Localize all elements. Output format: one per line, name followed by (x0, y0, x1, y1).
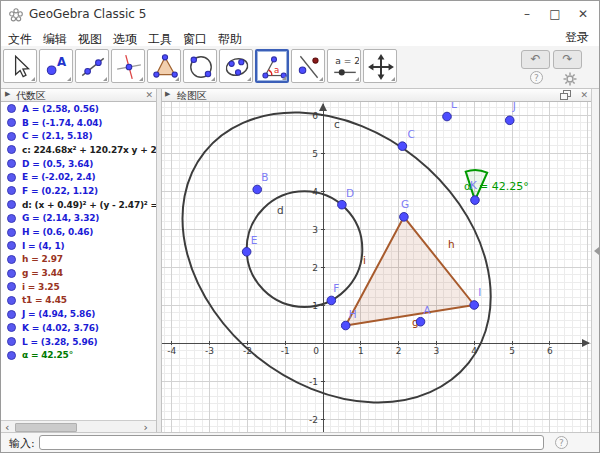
point-C[interactable] (398, 142, 407, 151)
visibility-marble-icon[interactable] (7, 323, 16, 332)
visibility-marble-icon[interactable] (7, 255, 16, 264)
x-tick-label: 5 (509, 346, 515, 356)
help-icon[interactable]: ? (530, 71, 543, 84)
visibility-marble-icon[interactable] (7, 282, 16, 291)
point-B[interactable] (253, 185, 262, 194)
visibility-marble-icon[interactable] (7, 132, 16, 141)
algebra-item[interactable]: J = (4.94, 5.86) (1, 307, 156, 321)
point-label-G: G (401, 198, 409, 210)
collapse-triangle-icon[interactable]: ▶ (165, 90, 170, 98)
visibility-marble-icon[interactable] (7, 186, 16, 195)
visibility-marble-icon[interactable] (7, 310, 16, 319)
point-label-E: E (251, 234, 258, 246)
visibility-marble-icon[interactable] (7, 145, 16, 154)
algebra-item[interactable]: c: 224.68x² + 120.27x y + 250.8 (1, 143, 156, 157)
login-button[interactable]: 登录 (565, 29, 589, 46)
algebra-item[interactable]: G = (2.14, 3.32) (1, 212, 156, 226)
collapse-triangle-icon[interactable]: ▶ (5, 90, 10, 98)
algebra-item-text: D = (0.5, 3.64) (22, 159, 93, 169)
algebra-item-text: t1 = 4.45 (22, 295, 67, 305)
algebra-item[interactable]: t1 = 4.45 (1, 294, 156, 308)
algebra-item-text: g = 3.44 (22, 268, 63, 278)
x-tick-label: 6 (547, 346, 553, 356)
algebra-header: ▶ 代数区 ✕ (1, 89, 156, 102)
minimize-button[interactable]: – (513, 1, 541, 27)
ellipse-tool[interactable] (219, 49, 253, 83)
circle-tool[interactable] (183, 49, 217, 83)
redo-button[interactable]: ↷ (553, 50, 582, 69)
command-input[interactable] (39, 435, 544, 450)
visibility-marble-icon[interactable] (7, 241, 16, 250)
maximize-button[interactable]: □ (541, 1, 569, 27)
point-K[interactable] (471, 196, 480, 205)
algebra-item[interactable]: A = (2.58, 0.56) (1, 102, 156, 116)
point-label-H: H (349, 308, 357, 320)
point-L[interactable] (443, 112, 452, 121)
undo-button[interactable]: ↶ (521, 50, 550, 69)
angle-tool[interactable]: a (255, 49, 289, 83)
graphics-canvas[interactable]: -4-3-2-10123456-2-1123456cdihgα= 42.25°A… (162, 102, 591, 434)
algebra-item[interactable]: F = (0.22, 1.12) (1, 184, 156, 198)
point-A[interactable] (416, 317, 425, 326)
x-tick-label: -3 (205, 346, 214, 356)
visibility-marble-icon[interactable] (7, 118, 16, 127)
algebra-item-text: h = 2.97 (22, 254, 63, 264)
visibility-marble-icon[interactable] (7, 351, 16, 360)
triangle-t1[interactable] (346, 217, 475, 326)
visibility-marble-icon[interactable] (7, 104, 16, 113)
move-tool[interactable] (3, 49, 37, 83)
popout-window-icon[interactable] (560, 90, 571, 102)
point-G[interactable] (400, 213, 409, 222)
visibility-marble-icon[interactable] (7, 337, 16, 346)
perpendicular-line-tool[interactable] (111, 49, 145, 83)
visibility-marble-icon[interactable] (7, 159, 16, 168)
point-I[interactable] (470, 301, 479, 310)
point-D[interactable] (338, 200, 347, 209)
algebra-item-text: B = (-1.74, 4.04) (22, 118, 102, 128)
slider-tool[interactable]: a = 2 (327, 49, 361, 83)
visibility-marble-icon[interactable] (7, 296, 16, 305)
algebra-item[interactable]: C = (2.1, 5.18) (1, 129, 156, 143)
reflect-tool[interactable] (291, 49, 325, 83)
collapse-handle-icon[interactable] (594, 247, 599, 255)
visibility-marble-icon[interactable] (7, 269, 16, 278)
algebra-item[interactable]: d: (x + 0.49)² + (y - 2.47)² = 2.34 (1, 198, 156, 212)
move-graphics-tool[interactable] (363, 49, 397, 83)
conic-c[interactable] (162, 102, 548, 434)
y-tick-label: -1 (309, 377, 318, 387)
gear-icon[interactable] (563, 71, 577, 85)
point-J[interactable] (505, 116, 514, 125)
algebra-item[interactable]: D = (0.5, 3.64) (1, 157, 156, 171)
algebra-item[interactable]: E = (-2.02, 2.4) (1, 170, 156, 184)
point-tool[interactable]: A (39, 49, 73, 83)
algebra-item[interactable]: K = (4.02, 3.76) (1, 321, 156, 335)
visibility-marble-icon[interactable] (7, 228, 16, 237)
point-H[interactable] (341, 321, 350, 330)
algebra-item[interactable]: H = (0.6, 0.46) (1, 225, 156, 239)
visibility-marble-icon[interactable] (7, 214, 16, 223)
scrollbar-thumb[interactable] (15, 423, 77, 432)
algebra-item[interactable]: I = (4, 1) (1, 239, 156, 253)
input-help-icon[interactable]: ? (555, 436, 568, 449)
algebra-item-text: K = (4.02, 3.76) (22, 323, 99, 333)
algebra-close-icon[interactable]: ✕ (145, 89, 153, 102)
algebra-item[interactable]: g = 3.44 (1, 266, 156, 280)
algebra-item[interactable]: L = (3.28, 5.96) (1, 335, 156, 349)
right-edge-strip (591, 89, 600, 434)
graphics-title: 绘图区 (177, 89, 207, 102)
algebra-item[interactable]: h = 2.97 (1, 253, 156, 267)
algebra-list: A = (2.58, 0.56)B = (-1.74, 4.04)C = (2.… (1, 102, 156, 420)
polygon-tool[interactable] (147, 49, 181, 83)
visibility-marble-icon[interactable] (7, 200, 16, 209)
point-E[interactable] (242, 248, 251, 257)
x-tick-label: -4 (167, 346, 176, 356)
close-button[interactable]: ✕ (569, 1, 597, 27)
visibility-marble-icon[interactable] (7, 173, 16, 182)
algebra-item[interactable]: α = 42.25° (1, 348, 156, 362)
svg-text:A: A (57, 55, 67, 69)
algebra-item[interactable]: B = (-1.74, 4.04) (1, 116, 156, 130)
line-tool[interactable] (75, 49, 109, 83)
point-F[interactable] (327, 296, 336, 305)
algebra-item[interactable]: i = 3.25 (1, 280, 156, 294)
graphics-close-icon[interactable]: ✕ (580, 89, 588, 102)
